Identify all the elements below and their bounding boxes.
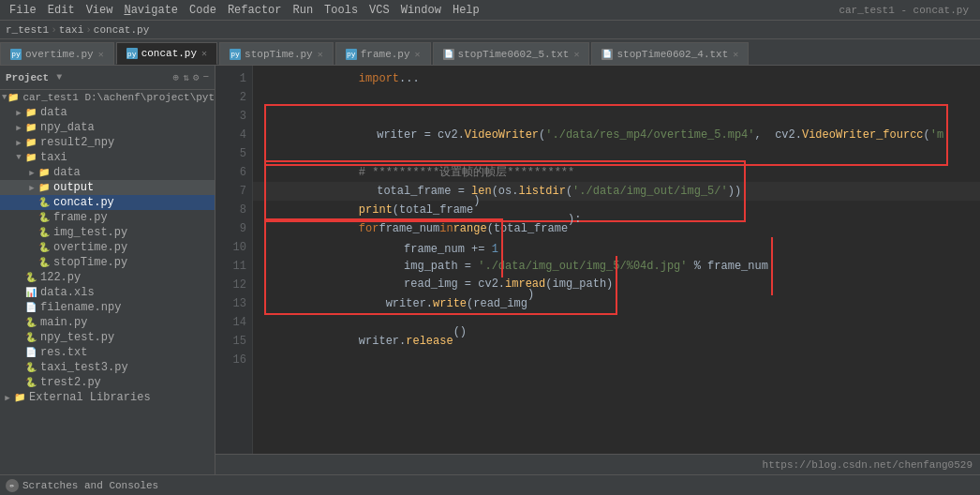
status-url: https://blog.csdn.net/chenfang0529 (763, 459, 973, 471)
py-file-icon: 🐍 (24, 361, 37, 374)
breadcrumb-part1[interactable]: r_test1 (6, 24, 49, 36)
tab-frame[interactable]: py frame.py ✕ (335, 42, 431, 65)
tree-label: img_test.py (53, 226, 127, 239)
tab-stoptime4-label: stopTime0602_4.txt (616, 49, 728, 60)
code-line-7: total_frame = len(os.listdir('./data/img… (253, 182, 980, 201)
tab-stoptime4[interactable]: 📄 stopTime0602_4.txt ✕ (591, 42, 749, 65)
py-file-icon: 🐍 (24, 376, 37, 389)
close-stoptime5-button[interactable]: ✕ (573, 49, 579, 60)
sidebar-dropdown[interactable]: ▼ (56, 72, 62, 82)
close-stoptime-button[interactable]: ✕ (318, 49, 323, 60)
tree-item-concat[interactable]: ▶ 🐍 concat.py (0, 195, 215, 210)
sidebar-minimize-icon[interactable]: − (202, 71, 209, 83)
sidebar-sort-icon[interactable]: ⇅ (183, 71, 189, 83)
py-icon: py (230, 49, 241, 60)
py-icon: py (346, 49, 357, 60)
folder-icon: 📁 (24, 106, 37, 119)
code-line-4: writer = cv2.VideoWriter('./data/res_mp4… (253, 126, 980, 144)
menu-code[interactable]: Code (184, 4, 222, 17)
close-overtime-button[interactable]: ✕ (98, 49, 104, 60)
tab-stoptime-label: stopTime.py (245, 49, 313, 60)
main-layout: Project ▼ ⊕ ⇅ ⚙ − ▼ 📁 car_test1 D:\achen… (0, 66, 980, 474)
folder-icon: 📁 (37, 181, 51, 194)
tree-item[interactable]: ▶ 🐍 trest2.py (0, 375, 215, 390)
arrow-icon: ▶ (13, 138, 24, 148)
tree-item[interactable]: ▶ 📁 data (0, 165, 215, 180)
folder-icon: 📁 (37, 166, 51, 179)
tree-item[interactable]: ▶ 🐍 122.py (0, 270, 215, 285)
tab-concat[interactable]: py concat.py ✕ (116, 42, 217, 65)
tree-label: taxi (40, 151, 67, 164)
tree-item[interactable]: ▼ 📁 taxi (0, 150, 215, 165)
py-file-icon: 🐍 (24, 316, 37, 329)
code-line-15: writer.release() (253, 332, 980, 351)
tree-item[interactable]: ▶ 🐍 main.py (0, 315, 215, 330)
close-stoptime4-button[interactable]: ✕ (733, 49, 738, 60)
tree-item[interactable]: ▶ 📁 result2_npy (0, 135, 215, 150)
menu-refactor[interactable]: Refactor (222, 4, 288, 17)
tree-label: concat.py (53, 196, 114, 209)
tab-overtime-label: overtime.py (25, 49, 94, 60)
py-file-icon: 🐍 (37, 196, 51, 209)
line-numbers: 1 2 3 4 5 6 7 8 9 10 11 12 13 14 15 16 (215, 66, 253, 454)
tree-item[interactable]: ▶ 🐍 frame.py (0, 210, 215, 225)
tree-item[interactable]: ▶ 📄 res.txt (0, 345, 215, 360)
breadcrumb-part2[interactable]: taxi (59, 24, 83, 36)
tree-item[interactable]: ▼ 📁 car_test1 D:\achenf\project\pyt... (0, 90, 215, 105)
tab-frame-label: frame.py (361, 49, 410, 60)
menu-help[interactable]: Help (447, 4, 485, 17)
tree-item[interactable]: ▶ 📄 filename.npy (0, 300, 215, 315)
tree-item[interactable]: ▶ 🐍 img_test.py (0, 225, 215, 240)
tree-label: npy_test.py (40, 331, 114, 344)
status-bar: https://blog.csdn.net/chenfang0529 (215, 454, 980, 474)
code-line-10: frame_num += 1 (253, 238, 980, 257)
tab-overtime[interactable]: py overtime.py ✕ (0, 42, 114, 65)
tab-stoptime5-label: stopTime0602_5.txt (458, 49, 570, 60)
tree-label: data (40, 106, 67, 119)
arrow-icon: ▶ (2, 393, 13, 403)
menu-edit[interactable]: Edit (42, 4, 81, 17)
sidebar-add-icon[interactable]: ⊕ (173, 71, 180, 83)
code-lines[interactable]: import ... writer = cv2.VideoWriter('./d… (253, 66, 980, 454)
tab-stoptime[interactable]: py stopTime.py ✕ (219, 42, 334, 65)
tree-item-external-libraries[interactable]: ▶ 📁 External Libraries (0, 390, 215, 405)
menu-navigate[interactable]: Navigate (118, 4, 184, 17)
tree-label: frame.py (53, 211, 108, 224)
tree-item[interactable]: ▶ 🐍 overtime.py (0, 240, 215, 255)
folder-icon: 📁 (13, 391, 26, 404)
tree-item[interactable]: ▶ 🐍 stopTime.py (0, 255, 215, 270)
close-concat-button[interactable]: ✕ (201, 48, 207, 59)
tree-item[interactable]: ▶ 🐍 npy_test.py (0, 330, 215, 345)
menu-file[interactable]: File (4, 4, 42, 17)
tree-label: data (53, 166, 81, 179)
tree-label: External Libraries (29, 391, 151, 404)
code-line-16 (253, 351, 980, 369)
menu-vcs[interactable]: VCS (364, 4, 395, 17)
tree-label: output (53, 181, 94, 194)
tree-label: npy_data (40, 121, 95, 134)
tab-stoptime5[interactable]: 📄 stopTime0602_5.txt ✕ (433, 42, 590, 65)
menu-tools[interactable]: Tools (319, 4, 364, 17)
scratches-label: Scratches and Consoles (22, 480, 158, 491)
tab-concat-label: concat.py (141, 48, 197, 59)
tree-item[interactable]: ▶ 🐍 taxi_test3.py (0, 360, 215, 375)
menu-run[interactable]: Run (287, 4, 319, 17)
txt-icon: 📄 (443, 49, 454, 60)
scratches-and-consoles-bar[interactable]: ✏ Scratches and Consoles (0, 474, 980, 495)
tabs-bar: py overtime.py ✕ py concat.py ✕ py stopT… (0, 39, 980, 66)
py-icon: py (10, 49, 22, 60)
tree-item[interactable]: ▶ 📊 data.xls (0, 285, 215, 300)
breadcrumb-part3[interactable]: concat.py (94, 24, 149, 36)
menu-view[interactable]: View (81, 4, 119, 17)
sidebar-settings-icon[interactable]: ⚙ (193, 71, 200, 83)
code-editor: 1 2 3 4 5 6 7 8 9 10 11 12 13 14 15 16 (215, 66, 980, 474)
scratch-icon: ✏ (6, 479, 19, 492)
tree-item[interactable]: ▶ 📁 data (0, 105, 215, 120)
arrow-icon: ▶ (26, 168, 37, 178)
close-frame-button[interactable]: ✕ (415, 49, 421, 60)
py-file-icon: 🐍 (37, 226, 51, 239)
tree-item[interactable]: ▶ 📁 npy_data (0, 120, 215, 135)
menu-window[interactable]: Window (395, 4, 447, 17)
tree-item[interactable]: ▶ 📁 output (0, 180, 215, 195)
npy-file-icon: 📄 (24, 301, 37, 314)
